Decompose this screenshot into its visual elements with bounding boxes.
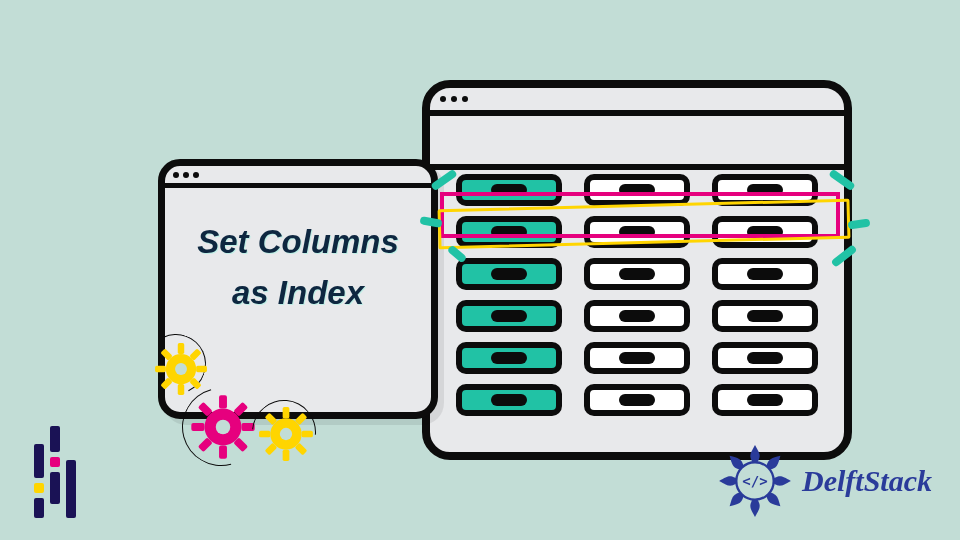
data-cell: [712, 342, 818, 374]
burst-tick-icon: [848, 219, 871, 230]
brand-name: DelftStack: [802, 464, 932, 498]
data-cell: [584, 342, 690, 374]
bars-logo-icon: [34, 440, 76, 518]
cell-value-icon: [491, 268, 527, 280]
svg-rect-22: [283, 450, 290, 461]
window-control-dot: [440, 96, 446, 102]
table-row: [440, 342, 834, 374]
cell-value-icon: [491, 394, 527, 406]
table-row: [440, 384, 834, 416]
delftstack-logo: </> DelftStack: [716, 442, 932, 520]
svg-rect-11: [219, 395, 227, 408]
data-cell: [712, 258, 818, 290]
data-cell: [584, 300, 690, 332]
cell-value-icon: [619, 310, 655, 322]
cell-value-icon: [747, 310, 783, 322]
svg-rect-4: [196, 366, 207, 372]
hero-line-1: Set Columns: [175, 216, 421, 267]
window-control-dot: [451, 96, 457, 102]
svg-rect-23: [259, 431, 270, 438]
data-cell: [584, 258, 690, 290]
cell-value-icon: [619, 394, 655, 406]
svg-rect-24: [302, 431, 313, 438]
svg-point-29: [280, 428, 292, 440]
data-cell: [584, 384, 690, 416]
index-cell: [456, 384, 562, 416]
svg-rect-1: [178, 343, 184, 354]
svg-rect-2: [178, 384, 184, 395]
window-control-dot: [183, 172, 189, 178]
window-subbar: [430, 116, 844, 170]
cell-value-icon: [747, 394, 783, 406]
svg-text:</>: </>: [742, 473, 767, 489]
hero-line-2: as Index: [175, 267, 421, 318]
cell-value-icon: [619, 268, 655, 280]
svg-point-19: [216, 420, 231, 435]
spreadsheet-window: [422, 80, 852, 460]
gear-icon: [258, 406, 314, 462]
hero-title: Set Columns as Index: [165, 188, 431, 318]
svg-point-9: [175, 363, 187, 375]
window-titlebar: [430, 88, 844, 116]
window-titlebar: [165, 166, 431, 188]
svg-rect-13: [191, 423, 204, 431]
table-row: [440, 300, 834, 332]
window-control-dot: [462, 96, 468, 102]
table-row: [440, 258, 834, 290]
svg-rect-12: [219, 445, 227, 458]
cell-value-icon: [747, 268, 783, 280]
svg-rect-3: [155, 366, 166, 372]
cell-value-icon: [491, 310, 527, 322]
svg-rect-21: [283, 407, 290, 418]
cell-value-icon: [619, 352, 655, 364]
cell-value-icon: [491, 352, 527, 364]
index-cell: [456, 300, 562, 332]
gear-icon: [190, 394, 256, 460]
index-cell: [456, 342, 562, 374]
data-cell: [712, 300, 818, 332]
data-cell: [712, 384, 818, 416]
gear-icon: [154, 342, 208, 396]
cell-value-icon: [747, 352, 783, 364]
window-control-dot: [173, 172, 179, 178]
mandala-code-icon: </>: [716, 442, 794, 520]
index-cell: [456, 258, 562, 290]
window-control-dot: [193, 172, 199, 178]
